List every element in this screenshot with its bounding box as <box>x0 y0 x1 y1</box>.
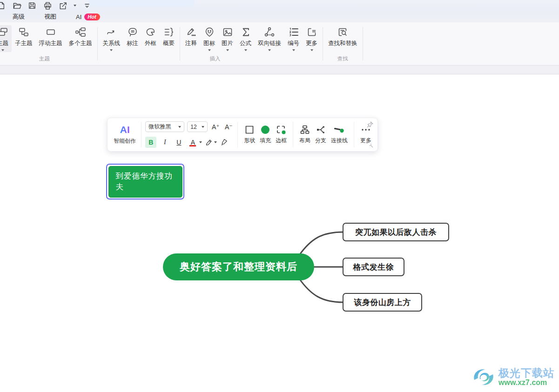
ribbon-button-more-insert[interactable]: 更多 <box>303 25 321 52</box>
font-color-button[interactable]: A <box>187 137 202 148</box>
italic-button[interactable]: I <box>159 137 170 148</box>
ribbon-button-comment[interactable]: 注释 <box>182 25 200 48</box>
marker-icon <box>204 26 215 38</box>
decrease-font-button[interactable]: A⁻ <box>223 123 234 131</box>
formula-icon <box>240 26 251 38</box>
ribbon-button-label: 公式 <box>240 40 251 47</box>
border-icon <box>276 125 286 135</box>
subtopic-node[interactable]: 该身份山房上方 <box>343 293 422 312</box>
ribbon-button-callout[interactable]: 标注 <box>123 25 141 48</box>
button-label: 分支 <box>315 137 326 145</box>
selected-topic-node[interactable]: 到爱德华方搜功夫 <box>106 164 184 199</box>
border-button[interactable]: 边框 <box>273 121 289 148</box>
underline-button[interactable]: U <box>173 137 184 148</box>
toolbar-separator <box>354 122 354 147</box>
hot-badge: Hot <box>84 13 100 20</box>
tab-ai[interactable]: AI Hot <box>76 13 100 20</box>
find-replace-icon <box>337 26 348 38</box>
chevron-down-icon <box>214 141 217 143</box>
ribbon-button-boundary[interactable]: 外框 <box>141 25 160 48</box>
chevron-down-icon <box>202 126 204 128</box>
ribbon-button-multi-topic[interactable]: 多个主题 <box>66 25 95 48</box>
tab-view[interactable]: 视图 <box>44 13 56 21</box>
ribbon-button-numbering[interactable]: 编号 <box>284 25 303 52</box>
central-topic-node[interactable]: 奥好答案了和整理资料后 <box>163 253 314 280</box>
topic-text: 奥好答案了和整理资料后 <box>180 260 297 274</box>
ribbon-tab-row: 高级 视图 AI Hot <box>0 11 559 22</box>
document-tab[interactable] <box>88 0 195 7</box>
ribbon-separator <box>363 27 363 60</box>
print-icon[interactable] <box>43 1 52 10</box>
button-label: 边框 <box>276 137 287 145</box>
font-color-letter: A <box>187 137 198 148</box>
floating-topic-icon <box>45 26 56 38</box>
ribbon-button-formula[interactable]: 公式 <box>236 25 255 52</box>
ribbon-button-label: 浮动主题 <box>39 40 62 47</box>
ribbon-button-label: 多个主题 <box>69 40 92 47</box>
multi-topic-icon <box>75 26 86 38</box>
ribbon-button-label: 外框 <box>145 40 156 47</box>
fill-button[interactable]: 填充 <box>257 121 273 148</box>
ribbon-button-topic[interactable]: 主题 <box>0 25 12 52</box>
ribbon: 主题 子主题 浮动主题 多个主题 主题 <box>0 22 559 65</box>
font-section: 微软雅黑 12 A⁺ A⁻ B I U A <box>145 121 234 148</box>
font-family-select[interactable]: 微软雅黑 <box>145 121 184 132</box>
tab-label: 视图 <box>44 13 56 21</box>
subtopic-node[interactable]: 突兀如果以后敌人击杀 <box>343 223 449 241</box>
bold-button[interactable]: B <box>145 137 156 148</box>
ribbon-button-label: 概要 <box>163 40 175 47</box>
new-icon[interactable] <box>0 1 6 10</box>
open-icon[interactable] <box>12 1 21 10</box>
format-painter-button[interactable] <box>220 138 228 146</box>
increase-font-button[interactable]: A⁺ <box>210 123 221 131</box>
topic-text: 格式发生徐 <box>353 262 394 272</box>
ribbon-button-bidirectional-link[interactable]: 双向链接 <box>255 25 284 52</box>
callout-icon <box>127 26 138 38</box>
highlighter-icon <box>205 138 213 146</box>
shape-button[interactable]: 形状 <box>242 121 257 148</box>
watermark-site-url: www.xz7.com <box>498 379 554 387</box>
branch-button[interactable]: 分支 <box>313 121 329 148</box>
toolbar-separator <box>141 122 141 147</box>
tab-advanced[interactable]: 高级 <box>13 13 25 21</box>
mindmap-canvas[interactable]: AI 智能创作 微软雅黑 12 A⁺ A⁻ B I U <box>0 74 559 392</box>
ribbon-button-label: 双向链接 <box>258 40 281 47</box>
pin-icon[interactable] <box>366 121 374 128</box>
site-watermark: 极光下载站 www.xz7.com <box>471 366 554 388</box>
ribbon-button-relationship[interactable]: 关系线 <box>100 25 124 52</box>
quick-access-toolbar <box>0 1 92 10</box>
ai-logo: AI <box>120 124 130 135</box>
topic-text: 该身份山房上方 <box>354 297 411 308</box>
watermark-site-name: 极光下载站 <box>498 367 554 379</box>
resize-handle-icon[interactable] <box>368 143 374 148</box>
ribbon-button-summary[interactable]: 概要 <box>160 25 178 48</box>
ribbon-bottom-band <box>0 65 559 74</box>
ribbon-separator <box>323 27 323 60</box>
export-icon[interactable] <box>58 1 67 10</box>
ribbon-button-marker[interactable]: 图标 <box>200 25 218 52</box>
ribbon-button-picture[interactable]: 图片 <box>218 25 236 52</box>
ai-create-button[interactable]: AI 智能创作 <box>112 121 137 148</box>
ribbon-separator <box>180 27 180 60</box>
font-size-select[interactable]: 12 <box>187 121 208 132</box>
subtopic-node[interactable]: 格式发生徐 <box>343 258 404 276</box>
ribbon-button-find-replace[interactable]: 查找和替换 <box>325 25 361 48</box>
ribbon-group-label: 插入 <box>194 55 236 62</box>
export-chevron-down-icon[interactable] <box>74 5 76 7</box>
ribbon-button-floating-topic[interactable]: 浮动主题 <box>36 25 66 48</box>
layout-button[interactable]: 布局 <box>297 121 313 148</box>
ribbon-group-relation: 关系线 标注 外框 概要 <box>99 25 179 65</box>
topic-icon <box>0 26 8 38</box>
ribbon-button-label: 图标 <box>203 40 215 47</box>
ribbon-separator <box>97 27 98 60</box>
ribbon-button-subtopic[interactable]: 子主题 <box>12 25 36 48</box>
picture-icon <box>222 26 233 38</box>
customize-toolbar-icon[interactable] <box>82 1 92 10</box>
watermark-logo-icon <box>471 366 496 388</box>
save-icon[interactable] <box>27 1 37 10</box>
connector-button[interactable]: 连接线 <box>329 121 350 148</box>
ribbon-button-label: 查找和替换 <box>328 40 357 47</box>
button-label: 形状 <box>244 137 255 145</box>
connector-icon <box>334 125 345 135</box>
highlight-color-button[interactable] <box>205 138 217 146</box>
